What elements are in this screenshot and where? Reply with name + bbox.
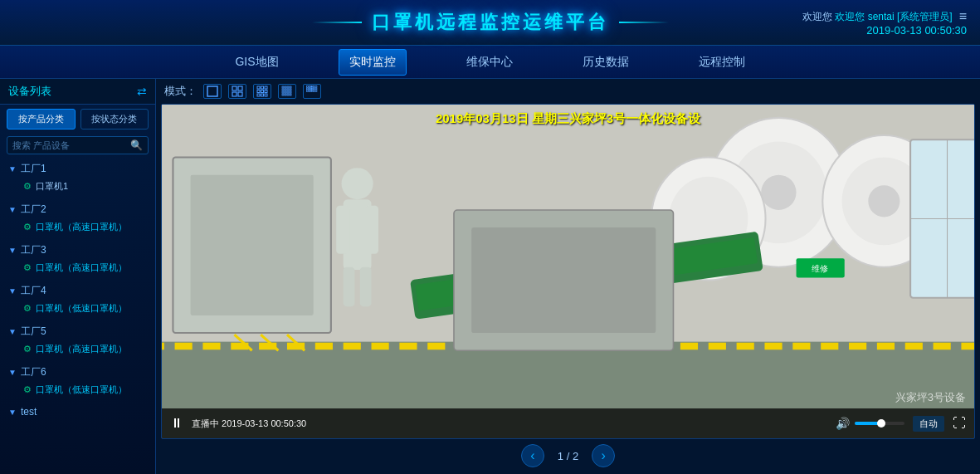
svg-rect-36 (309, 88, 310, 90)
factory-item-1: ▼ 工厂1 ⚙ 口罩机1 (0, 159, 155, 199)
quality-selector[interactable]: 自动 (913, 416, 944, 432)
factory-header-test[interactable]: ▼ test (8, 406, 147, 418)
svg-rect-22 (282, 91, 284, 93)
factory-header-6[interactable]: ▼ 工厂6 (8, 365, 147, 379)
volume-control: 🔊 (836, 417, 904, 430)
nav-maintenance[interactable]: 维保中心 (456, 50, 523, 75)
expand-arrow-2: ▼ (8, 205, 17, 214)
prev-page-button[interactable]: ‹ (521, 444, 544, 467)
video-device-label: 兴家坪3号设备 (895, 390, 966, 405)
mode-bar: 模式： (161, 84, 975, 99)
factory-name-2: 工厂2 (21, 203, 46, 217)
svg-rect-23 (285, 91, 286, 93)
mode-label: 模式： (164, 84, 197, 99)
factory-item-2: ▼ 工厂2 ⚙ 口罩机（高速口罩机） (0, 199, 155, 240)
factory-item-3: ▼ 工厂3 ⚙ 口罩机（高速口罩机） (0, 240, 155, 281)
nav-realtime[interactable]: 实时监控 (339, 49, 407, 76)
svg-rect-27 (285, 94, 286, 95)
list-item[interactable]: ⚙ 口罩机（低速口罩机） (23, 301, 147, 316)
expand-arrow-4: ▼ (8, 286, 17, 296)
video-controls-bar: ⏸ 直播中 2019-03-13 00:50:30 🔊 自动 ⛶ (162, 408, 974, 438)
svg-rect-49 (191, 175, 314, 315)
menu-icon[interactable]: ≡ (959, 9, 967, 24)
next-page-button[interactable]: › (592, 444, 615, 467)
factory-header-3[interactable]: ▼ 工厂3 (8, 243, 147, 257)
header: 口罩机远程监控运维平台 欢迎您 欢迎您 sentai [系统管理员] ≡ 201… (0, 0, 980, 46)
nav-remote[interactable]: 远程控制 (689, 50, 755, 75)
svg-rect-5 (257, 86, 260, 89)
header-deco-left (312, 22, 362, 23)
tab-by-product[interactable]: 按产品分类 (7, 109, 76, 129)
volume-icon[interactable]: 🔊 (836, 417, 850, 430)
svg-rect-8 (257, 90, 260, 93)
mode-3x3-button[interactable] (253, 84, 271, 99)
factory-header-1[interactable]: ▼ 工厂1 (8, 162, 147, 176)
svg-rect-35 (307, 88, 309, 90)
sidebar-device-list: ▼ 工厂1 ⚙ 口罩机1 ▼ 工厂2 ⚙ (0, 159, 155, 474)
fullscreen-button[interactable]: ⛶ (953, 416, 966, 431)
list-item[interactable]: ⚙ 口罩机（高速口罩机） (23, 260, 147, 276)
datetime-display: 2019-03-13 00:50:30 (802, 24, 967, 37)
svg-rect-15 (285, 86, 286, 88)
svg-rect-34 (315, 86, 317, 88)
list-item[interactable]: ⚙ 口罩机1 (23, 178, 147, 194)
factory-header-4[interactable]: ▼ 工厂4 (8, 284, 147, 298)
list-item[interactable]: ⚙ 口罩机（高速口罩机） (23, 219, 147, 235)
mode-4x4-button[interactable] (278, 84, 296, 99)
device-icon: ⚙ (23, 222, 32, 232)
header-user-info: 欢迎您 欢迎您 sentai [系统管理员] ≡ 2019-03-13 00:5… (802, 9, 967, 37)
sidebar-header: 设备列表 ⇄ (0, 79, 155, 105)
search-input[interactable] (12, 140, 130, 150)
svg-rect-26 (282, 94, 284, 95)
device-icon: ⚙ (23, 344, 32, 354)
nav-history[interactable]: 历史数据 (573, 50, 639, 75)
svg-rect-44 (315, 90, 317, 92)
volume-slider[interactable] (855, 422, 904, 425)
mode-5x5-button[interactable] (303, 84, 321, 99)
expand-arrow-6: ▼ (8, 368, 17, 377)
page-info: 1 / 2 (558, 450, 578, 462)
video-overlay-text: 2019年03月13日 星期三兴家坪3号一体化设备设 (436, 111, 700, 127)
mode-1x1-button[interactable] (203, 84, 222, 99)
factory-item-test: ▼ test (0, 403, 155, 421)
factory-header-5[interactable]: ▼ 工厂5 (8, 325, 147, 339)
svg-rect-13 (265, 94, 267, 96)
factory-sub-1: ⚙ 口罩机1 (8, 176, 147, 196)
svg-rect-29 (290, 94, 291, 95)
list-item[interactable]: ⚙ 口罩机（高速口罩机） (23, 341, 147, 357)
device-icon: ⚙ (23, 262, 32, 273)
factory-item-6: ▼ 工厂6 ⚙ 口罩机（低速口罩机） (0, 362, 155, 403)
svg-rect-67 (360, 267, 372, 307)
expand-arrow-3: ▼ (8, 246, 17, 255)
mode-2x2-button[interactable] (228, 84, 246, 99)
factory-name-test: test (21, 406, 37, 418)
svg-rect-3 (232, 92, 236, 96)
factory-header-2[interactable]: ▼ 工厂2 (8, 203, 147, 217)
stream-status-text: 直播中 2019-03-13 00:50:30 (192, 418, 306, 430)
pause-button[interactable]: ⏸ (170, 416, 183, 431)
sidebar-refresh-icon[interactable]: ⇄ (137, 85, 147, 98)
svg-rect-0 (207, 86, 217, 96)
svg-rect-19 (285, 89, 286, 90)
tab-by-status[interactable]: 按状态分类 (80, 109, 149, 129)
svg-rect-38 (313, 88, 314, 90)
svg-rect-2 (238, 86, 242, 90)
list-item[interactable]: ⚙ 口罩机（低速口罩机） (23, 382, 147, 398)
nav-gis[interactable]: GIS地图 (225, 50, 288, 75)
svg-text:维修: 维修 (812, 264, 828, 273)
factory-name-4: 工厂4 (21, 284, 46, 298)
svg-point-62 (342, 168, 373, 199)
svg-rect-28 (287, 94, 289, 95)
factory-item-4: ▼ 工厂4 ⚙ 口罩机（低速口罩机） (0, 281, 155, 321)
content-area: 模式： (156, 79, 980, 474)
sidebar: 设备列表 ⇄ 按产品分类 按状态分类 🔍 ▼ 工厂1 ⚙ 口罩机1 (0, 79, 156, 474)
svg-point-55 (868, 185, 900, 217)
device-icon: ⚙ (23, 181, 32, 192)
svg-rect-61 (471, 227, 656, 333)
svg-rect-39 (315, 88, 317, 90)
svg-rect-18 (282, 89, 284, 90)
svg-rect-10 (265, 90, 267, 93)
factory-background: 维修 (162, 105, 974, 438)
svg-rect-9 (261, 90, 264, 93)
factory-sub-6: ⚙ 口罩机（低速口罩机） (8, 379, 147, 399)
